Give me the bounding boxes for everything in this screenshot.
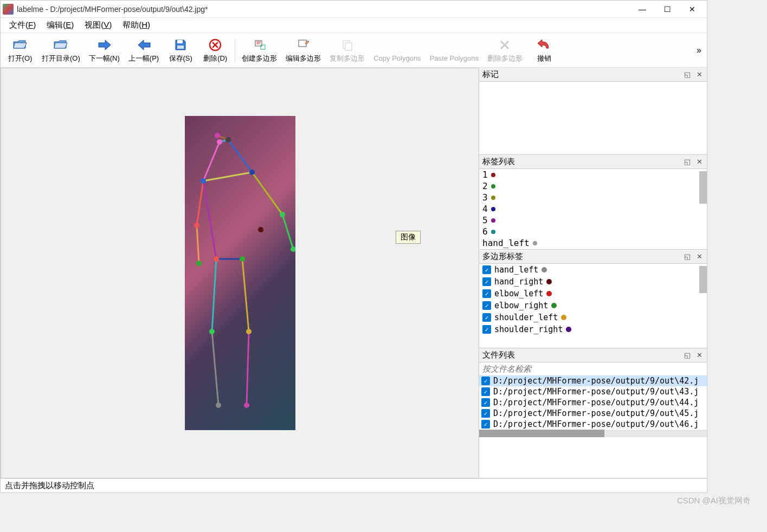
pose-skeleton[interactable] — [185, 116, 295, 430]
file-list-item[interactable]: ✓D:/project/MHFormer-pose/output/9/out\4… — [479, 386, 707, 397]
label-list-panel-header[interactable]: 标签列表 ◱ ✕ — [479, 155, 707, 169]
scrollbar-thumb[interactable] — [699, 171, 707, 204]
polygon-label-item[interactable]: ✓hand_left — [479, 264, 707, 276]
file-list-body[interactable]: ✓D:/project/MHFormer-pose/output/9/out\4… — [479, 362, 707, 478]
open-button[interactable]: 打开(O) — [3, 35, 37, 66]
panel-float-icon[interactable]: ◱ — [683, 252, 692, 261]
label-list-item[interactable]: 6 — [479, 226, 707, 237]
copy-icon — [340, 37, 355, 53]
svg-rect-1 — [177, 46, 184, 49]
color-dot-icon — [566, 327, 571, 332]
svg-line-17 — [197, 225, 199, 263]
horizontal-scrollbar[interactable] — [479, 430, 707, 437]
svg-point-32 — [194, 223, 199, 228]
open-dir-button[interactable]: 打开目录(O) — [37, 35, 85, 66]
create-polygon-button[interactable]: 创建多边形 — [237, 35, 281, 66]
file-search-input[interactable] — [479, 362, 707, 375]
app-icon — [3, 4, 14, 15]
menu-help[interactable]: 帮助(H) — [117, 18, 156, 32]
prev-image-button[interactable]: 上一幅(P) — [124, 35, 163, 66]
scrollbar-thumb[interactable] — [479, 430, 604, 437]
panel-close-icon[interactable]: ✕ — [695, 158, 704, 166]
checkbox[interactable]: ✓ — [481, 398, 490, 407]
svg-point-33 — [196, 261, 202, 266]
label-list-item[interactable]: 4 — [479, 203, 707, 215]
checkbox[interactable]: ✓ — [482, 277, 491, 286]
svg-point-35 — [291, 246, 295, 252]
checkbox[interactable]: ✓ — [482, 325, 491, 334]
file-list-item[interactable]: ✓D:/project/MHFormer-pose/output/9/out\4… — [479, 419, 707, 430]
checkbox[interactable]: ✓ — [481, 377, 490, 385]
menu-file[interactable]: 文件(F) — [4, 18, 41, 32]
label-list-body[interactable]: 123456hand_left — [479, 169, 707, 249]
scrollbar-thumb[interactable] — [699, 266, 707, 293]
polygon-label-item[interactable]: ✓elbow_right — [479, 300, 707, 312]
canvas-area[interactable]: 图像 — [1, 68, 479, 478]
svg-point-37 — [240, 256, 245, 262]
panel-close-icon[interactable]: ✕ — [695, 252, 704, 261]
marks-panel-header[interactable]: 标记 ◱ ✕ — [479, 68, 707, 82]
edit-polygon-button[interactable]: 编辑多边形 — [281, 35, 325, 66]
panel-float-icon[interactable]: ◱ — [683, 158, 692, 166]
label-list-item[interactable]: 1 — [479, 169, 707, 180]
file-list-panel-header[interactable]: 文件列表 ◱ ✕ — [479, 348, 707, 362]
label-list-item[interactable]: 2 — [479, 180, 707, 192]
color-dot-icon — [491, 173, 495, 177]
panel-float-icon[interactable]: ◱ — [683, 70, 692, 79]
marks-panel-body[interactable] — [479, 82, 707, 154]
marks-panel: 标记 ◱ ✕ — [479, 68, 707, 155]
delete-circle-icon — [208, 37, 223, 53]
svg-line-22 — [203, 181, 216, 259]
undo-button[interactable]: 撤销 — [527, 35, 562, 66]
delete-polygon-button: 删除多边形 — [483, 35, 527, 66]
svg-line-18 — [252, 172, 282, 215]
delete-button[interactable]: 删除(D) — [198, 35, 233, 66]
polygon-label-item[interactable]: ✓shoulder_right — [479, 323, 707, 335]
panel-close-icon[interactable]: ✕ — [695, 70, 704, 79]
label-list-item[interactable]: hand_left — [479, 237, 707, 249]
polygon-label-item[interactable]: ✓shoulder_left — [479, 312, 707, 323]
checkbox[interactable]: ✓ — [481, 420, 490, 429]
menu-view[interactable]: 视图(V) — [79, 18, 117, 32]
color-dot-icon — [491, 184, 495, 189]
close-button[interactable]: ✕ — [680, 1, 705, 17]
checkbox[interactable]: ✓ — [482, 301, 491, 310]
delete-x-icon — [497, 37, 512, 53]
polygon-label-item[interactable]: ✓hand_right — [479, 276, 707, 288]
maximize-button[interactable]: ☐ — [655, 1, 680, 17]
checkbox[interactable]: ✓ — [482, 289, 491, 298]
toolbar-overflow[interactable]: » — [693, 46, 705, 55]
next-image-button[interactable]: 下一幅(N) — [85, 35, 124, 66]
svg-point-27 — [215, 133, 220, 138]
checkbox[interactable]: ✓ — [481, 387, 490, 396]
file-list-item[interactable]: ✓D:/project/MHFormer-pose/output/9/out\4… — [479, 375, 707, 386]
label-list-item[interactable]: 5 — [479, 215, 707, 226]
svg-line-23 — [212, 259, 216, 332]
svg-point-34 — [280, 212, 285, 217]
image-canvas[interactable] — [185, 116, 295, 430]
color-dot-icon — [533, 241, 537, 245]
file-list-item[interactable]: ✓D:/project/MHFormer-pose/output/9/out\4… — [479, 408, 707, 419]
polygon-label-item[interactable]: ✓elbow_left — [479, 288, 707, 300]
svg-point-38 — [258, 227, 263, 232]
polygon-label-panel-header[interactable]: 多边形标签 ◱ ✕ — [479, 250, 707, 264]
checkbox[interactable]: ✓ — [481, 409, 490, 418]
label-list-item[interactable]: 3 — [479, 192, 707, 203]
svg-point-28 — [225, 137, 231, 142]
svg-line-26 — [247, 332, 249, 405]
toolbar-separator — [235, 38, 235, 62]
save-button[interactable]: 保存(S) — [163, 35, 198, 66]
app-window: labelme - D:/project/MHFormer-pose/outpu… — [0, 0, 707, 493]
polygon-label-body[interactable]: ✓hand_left✓hand_right✓elbow_left✓elbow_r… — [479, 264, 707, 348]
minimize-button[interactable]: — — [630, 1, 655, 17]
checkbox[interactable]: ✓ — [482, 265, 491, 274]
panel-float-icon[interactable]: ◱ — [683, 351, 692, 360]
folder-open-multi-icon — [53, 37, 68, 53]
checkbox[interactable]: ✓ — [482, 313, 491, 322]
panel-close-icon[interactable]: ✕ — [695, 351, 704, 360]
color-dot-icon — [551, 303, 557, 308]
svg-point-31 — [249, 170, 255, 175]
menu-edit[interactable]: 编辑(E) — [41, 18, 79, 32]
svg-line-20 — [203, 172, 252, 181]
file-list-item[interactable]: ✓D:/project/MHFormer-pose/output/9/out\4… — [479, 397, 707, 408]
